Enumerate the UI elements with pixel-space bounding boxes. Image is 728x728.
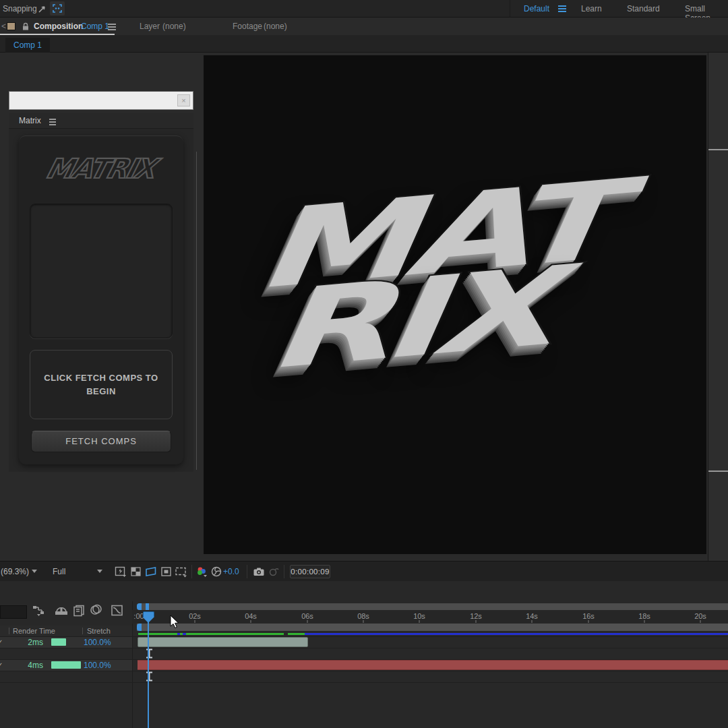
instruction-line-1: CLICK FETCH COMPS TO — [30, 371, 172, 385]
show-channel-icon[interactable] — [195, 566, 208, 578]
right-panel-strip — [708, 53, 728, 561]
time-ruler[interactable]: :00 02s 04s 06s 08s 10s 12s 14s 16s 18s … — [132, 610, 728, 624]
panel-gutter-line — [196, 152, 197, 470]
render-time-value: 2ms — [12, 638, 43, 647]
search-input[interactable] — [11, 93, 175, 108]
toolbar-separator — [284, 565, 284, 578]
matrix-panel-title[interactable]: Matrix — [19, 116, 41, 125]
panel-color-swatch — [7, 22, 16, 30]
right-strip-divider — [708, 149, 728, 150]
chevron-down-icon — [97, 570, 102, 573]
search-box[interactable]: × — [9, 91, 193, 110]
snap-target-icon — [50, 1, 65, 16]
tab-footage[interactable]: Footage — [233, 22, 262, 31]
work-area-bar[interactable] — [137, 624, 728, 631]
safe-margins-icon[interactable] — [160, 566, 173, 578]
workspace-learn[interactable]: Learn — [581, 4, 602, 13]
show-snapshot-icon[interactable] — [268, 566, 280, 578]
ruler-label: 20s — [694, 612, 706, 620]
playhead-line — [148, 611, 149, 728]
workspace-default[interactable]: Default — [524, 4, 549, 13]
exposure-icon[interactable] — [210, 566, 222, 578]
timeline-timecode-field[interactable] — [0, 605, 27, 619]
time-navigator-bar[interactable] — [137, 603, 728, 610]
workspace-standard[interactable]: Standard — [627, 4, 660, 13]
graph-editor-icon[interactable] — [111, 604, 124, 617]
viewer-tab-strip: Comp 1 — [0, 35, 728, 53]
column-render-time[interactable]: Render Time — [13, 627, 55, 635]
region-of-interest-icon[interactable] — [144, 566, 156, 578]
comps-list-box — [30, 204, 173, 338]
workspace-menu-icon[interactable] — [558, 5, 566, 7]
ruler-label: 06s — [301, 612, 313, 620]
cache-indicator-green — [186, 633, 284, 635]
resolution-select[interactable]: Full — [53, 567, 65, 576]
instruction-box: CLICK FETCH COMPS TO BEGIN — [30, 350, 173, 419]
ruler-label: 16s — [582, 612, 595, 620]
column-stretch[interactable]: Stretch — [87, 627, 111, 635]
timeline-column-headers: Render Time Stretch — [0, 626, 132, 636]
ruler-label: 14s — [526, 612, 538, 620]
right-strip-divider — [708, 471, 728, 472]
menubar-divider — [510, 0, 510, 18]
ruler-label: 10s — [413, 612, 425, 620]
magnification-select[interactable]: (69.3%) — [1, 567, 29, 576]
ibeam-marker — [145, 671, 154, 681]
render-time-value: 4ms — [12, 661, 43, 670]
stretch-value[interactable]: 100.0% — [84, 661, 111, 670]
matrix-panel-menu-icon[interactable] — [49, 119, 56, 120]
tab-composition[interactable]: Composition — [34, 22, 83, 31]
tab-layer[interactable]: Layer — [140, 22, 160, 31]
fast-previews-icon[interactable] — [115, 566, 127, 578]
ruler-label: 04s — [245, 612, 257, 620]
stretch-value[interactable]: 100.0% — [84, 638, 111, 647]
tab-composition-comp-name[interactable]: Comp 1 — [81, 22, 109, 31]
exposure-value[interactable]: +0.0 — [223, 567, 239, 576]
layer-enabled-check-icon[interactable]: ✓ — [0, 638, 3, 646]
mini-flowchart-icon[interactable] — [32, 604, 46, 617]
layer-2-duration-bar[interactable] — [138, 660, 728, 670]
layer-row-2[interactable]: ✓ 4ms 100.0% — [0, 659, 132, 671]
matrix-panel-body: MATRIX CLICK FETCH COMPS TO BEGIN FETCH … — [9, 129, 193, 472]
matrix-logo-text: MATRIX — [43, 153, 164, 185]
playhead-handle[interactable] — [143, 611, 154, 623]
layer-enabled-check-icon[interactable]: ✓ — [0, 661, 3, 669]
matrix-3d-logo: MAT RIX — [247, 187, 495, 375]
tab-footage-value: (none) — [264, 22, 287, 31]
scroll-back-chevron[interactable]: < — [1, 22, 6, 31]
panel-menu-icon[interactable] — [108, 24, 116, 25]
viewer-tab-comp1[interactable]: Comp 1 — [5, 38, 50, 53]
navigator-playhead-tick — [146, 603, 149, 610]
viewer-toolbar: (69.3%) Full — [0, 561, 728, 581]
lock-icon[interactable] — [21, 22, 30, 31]
snap-arrow-icon[interactable] — [36, 3, 47, 14]
search-clear-button[interactable]: × — [177, 94, 190, 107]
logo-line-2: RIX — [266, 260, 595, 373]
snapping-label: Snapping — [3, 4, 37, 13]
ruler-label: 02s — [189, 612, 201, 620]
matrix-card: MATRIX CLICK FETCH COMPS TO BEGIN FETCH … — [19, 135, 183, 464]
timecode-display[interactable]: 0:00:00:09 — [290, 565, 330, 578]
brainstorm-icon[interactable] — [89, 604, 102, 617]
chevron-down-icon — [32, 570, 37, 573]
render-time-bar — [51, 661, 81, 669]
layer-row-1[interactable]: ✓ 2ms 100.0% — [0, 636, 132, 648]
motion-blur-icon[interactable] — [71, 604, 85, 617]
toolbar-separator — [247, 565, 247, 578]
transparency-grid-icon[interactable] — [130, 566, 142, 578]
instruction-line-2: BEGIN — [30, 385, 172, 398]
composition-viewport[interactable]: MAT RIX — [204, 55, 706, 554]
tab-layer-value: (none) — [162, 22, 186, 31]
work-area-start-handle[interactable] — [137, 624, 142, 631]
ruler-label: 18s — [638, 612, 650, 620]
snapshot-camera-icon[interactable] — [253, 566, 265, 578]
cache-indicator-blue — [305, 633, 728, 635]
navigator-start-handle[interactable] — [137, 603, 142, 610]
fetch-comps-button[interactable]: FETCH COMPS — [31, 431, 171, 452]
layer-1-duration-bar[interactable] — [138, 637, 308, 647]
frame-blending-icon[interactable] — [54, 604, 67, 617]
snap-options-button[interactable] — [50, 1, 65, 16]
matrix-logo-graphic: MATRIX — [32, 148, 170, 189]
ruler-label: 08s — [357, 612, 369, 620]
view-layout-icon[interactable] — [175, 566, 187, 578]
